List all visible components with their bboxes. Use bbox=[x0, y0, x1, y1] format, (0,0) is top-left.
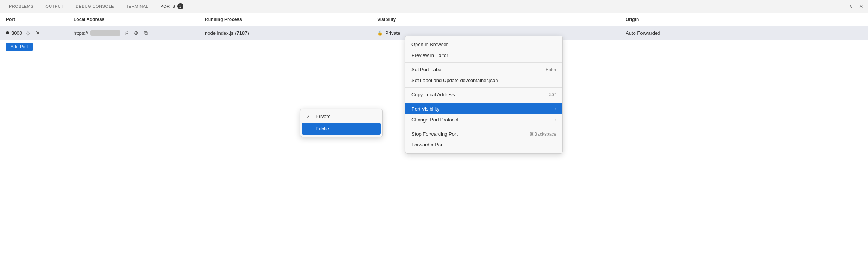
copy-local-address-shortcut: ⌘C bbox=[548, 92, 556, 97]
preview-in-editor-label: Preview in Editor bbox=[411, 52, 448, 58]
tab-bar: PROBLEMS OUTPUT DEBUG CONSOLE TERMINAL P… bbox=[0, 0, 868, 13]
tab-bar-right: ∧ ✕ bbox=[847, 3, 865, 10]
public-label: Public bbox=[315, 126, 329, 132]
set-label-devcontainer-label: Set Label and Update devcontainer.json bbox=[411, 78, 498, 83]
forward-a-port-label: Forward a Port bbox=[411, 142, 444, 148]
header-port: Port bbox=[0, 15, 68, 24]
tab-bar-left: PROBLEMS OUTPUT DEBUG CONSOLE TERMINAL P… bbox=[3, 0, 189, 13]
menu-change-port-protocol[interactable]: Change Port Protocol › bbox=[405, 114, 562, 125]
lock-icon: 🔒 bbox=[377, 30, 383, 36]
address-blurred bbox=[90, 30, 120, 36]
eraser-icon[interactable]: ◇ bbox=[24, 29, 32, 37]
menu-forward-a-port[interactable]: Forward a Port bbox=[405, 139, 562, 150]
port-status-dot bbox=[6, 31, 9, 34]
menu-set-port-label[interactable]: Set Port Label Enter bbox=[405, 64, 562, 75]
copy-address-icon[interactable]: ⎘ bbox=[123, 29, 130, 37]
tab-problems[interactable]: PROBLEMS bbox=[3, 0, 39, 13]
submenu-item-private[interactable]: ✓ Private bbox=[300, 111, 382, 122]
visibility-text: Private bbox=[385, 30, 400, 36]
copy-local-address-label: Copy Local Address bbox=[411, 92, 455, 97]
port-visibility-label: Port Visibility bbox=[411, 106, 439, 112]
context-menu: Open in Browser Preview in Editor Set Po… bbox=[405, 36, 563, 154]
port-cell: 3000 ◇ ✕ bbox=[0, 29, 68, 37]
visibility-cell: 🔒 Private bbox=[371, 30, 620, 36]
private-label: Private bbox=[315, 114, 330, 119]
menu-stop-forwarding-port[interactable]: Stop Forwarding Port ⌘Backspace bbox=[405, 129, 562, 139]
private-check-icon: ✓ bbox=[306, 114, 312, 119]
ports-panel: Port Local Address Running Process Visib… bbox=[0, 13, 868, 269]
tab-terminal[interactable]: TERMINAL bbox=[120, 0, 155, 13]
menu-section-1: Open in Browser Preview in Editor bbox=[405, 37, 562, 63]
set-port-label-shortcut: Enter bbox=[545, 67, 556, 72]
delete-icon[interactable]: ✕ bbox=[34, 29, 42, 37]
ports-header: Port Local Address Running Process Visib… bbox=[0, 13, 868, 26]
close-panel-icon[interactable]: ✕ bbox=[857, 3, 865, 10]
change-port-protocol-arrow: › bbox=[555, 118, 556, 122]
open-in-browser-label: Open in Browser bbox=[411, 42, 448, 47]
menu-set-label-devcontainer[interactable]: Set Label and Update devcontainer.json bbox=[405, 75, 562, 86]
menu-section-4: Port Visibility › Change Port Protocol › bbox=[405, 102, 562, 127]
submenu-item-public[interactable]: Public bbox=[302, 123, 381, 134]
collapse-icon[interactable]: ∧ bbox=[847, 3, 854, 10]
port-number: 3000 bbox=[11, 30, 22, 36]
running-process-text: node index.js (7187) bbox=[205, 30, 249, 36]
origin-cell: Auto Forwarded bbox=[620, 30, 868, 36]
menu-open-in-browser[interactable]: Open in Browser bbox=[405, 39, 562, 50]
header-visibility: Visibility bbox=[371, 15, 620, 24]
running-process-cell: node index.js (7187) bbox=[199, 30, 371, 36]
ports-badge: 1 bbox=[177, 3, 183, 9]
add-port-button[interactable]: Add Port bbox=[6, 43, 33, 51]
menu-port-visibility[interactable]: Port Visibility › bbox=[405, 103, 562, 114]
port-visibility-submenu: ✓ Private Public bbox=[300, 109, 383, 137]
menu-section-5: Stop Forwarding Port ⌘Backspace Forward … bbox=[405, 127, 562, 152]
header-origin: Origin bbox=[620, 15, 868, 24]
tab-debug-console[interactable]: DEBUG CONSOLE bbox=[69, 0, 120, 13]
stop-forwarding-port-label: Stop Forwarding Port bbox=[411, 131, 458, 137]
address-text: https:// bbox=[74, 30, 88, 36]
change-port-protocol-label: Change Port Protocol bbox=[411, 117, 458, 123]
set-port-label-label: Set Port Label bbox=[411, 67, 442, 72]
menu-section-2: Set Port Label Enter Set Label and Updat… bbox=[405, 63, 562, 88]
menu-preview-in-editor[interactable]: Preview in Editor bbox=[405, 50, 562, 61]
local-address-cell: https:// ⎘ ⊕ ⧉ bbox=[68, 29, 199, 37]
tab-ports[interactable]: PORTS 1 bbox=[154, 0, 189, 13]
preview-icon[interactable]: ⧉ bbox=[142, 29, 150, 37]
menu-section-3: Copy Local Address ⌘C bbox=[405, 88, 562, 102]
stop-forwarding-port-shortcut: ⌘Backspace bbox=[530, 132, 556, 137]
port-visibility-arrow: › bbox=[555, 107, 556, 111]
globe-icon[interactable]: ⊕ bbox=[132, 29, 140, 37]
tab-output[interactable]: OUTPUT bbox=[39, 0, 69, 13]
menu-copy-local-address[interactable]: Copy Local Address ⌘C bbox=[405, 89, 562, 100]
header-running-process: Running Process bbox=[199, 15, 371, 24]
header-local-address: Local Address bbox=[68, 15, 199, 24]
origin-text: Auto Forwarded bbox=[626, 30, 661, 36]
